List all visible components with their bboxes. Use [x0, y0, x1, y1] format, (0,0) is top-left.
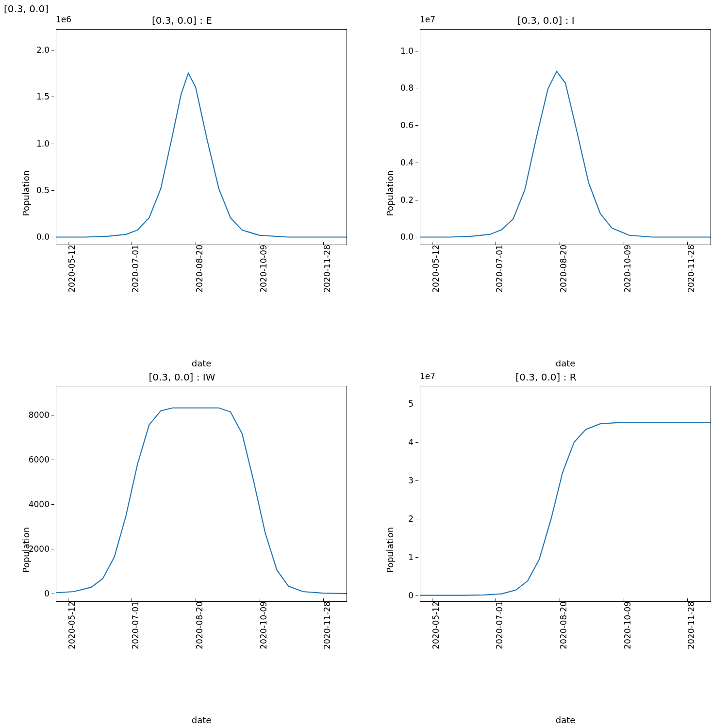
plot-title: [0.3, 0.0] : E [0, 15, 364, 26]
x-axis-label: date [420, 715, 711, 725]
axes: 0.00.51.01.52.02020-05-122020-07-012020-… [56, 29, 347, 245]
y-tick: 8000 [29, 410, 56, 420]
y-tick: 0.0 [36, 232, 56, 242]
plot-title: [0.3, 0.0] : IW [0, 371, 364, 383]
y-tick: 1.5 [36, 92, 56, 101]
plot-title: [0.3, 0.0] : R [364, 371, 728, 383]
x-axis-label: date [56, 715, 347, 725]
y-tick: 0.4 [400, 158, 420, 167]
y-tick: 3 [408, 476, 420, 485]
axis-offset-text: 1e6 [56, 15, 71, 24]
series-line [56, 386, 347, 601]
y-tick: 0.5 [36, 185, 56, 195]
y-axis-label: Population [21, 170, 31, 216]
x-axis-label: date [56, 358, 347, 368]
figure-suptitle: [0.3, 0.0] [4, 3, 49, 15]
axes: 0.00.20.40.60.81.02020-05-122020-07-0120… [420, 29, 711, 245]
plot-title: [0.3, 0.0] : I [364, 15, 728, 26]
y-tick: 0.0 [400, 232, 420, 242]
plot-grid: [0.3, 0.0] : E1e6Population0.00.51.01.52… [0, 15, 728, 728]
axes: 0123452020-05-122020-07-012020-08-202020… [420, 386, 711, 602]
subplot-I: [0.3, 0.0] : I1e7Population0.00.20.40.60… [364, 15, 728, 371]
series-line [56, 30, 347, 245]
x-axis-label: date [420, 358, 711, 368]
y-tick: 4 [408, 437, 420, 447]
y-tick: 2 [408, 514, 420, 524]
subplot-IW: [0.3, 0.0] : IWPopulation020004000600080… [0, 371, 364, 728]
axes: 020004000600080002020-05-122020-07-01202… [56, 386, 347, 602]
series-line [420, 386, 711, 601]
series-line [420, 30, 711, 245]
y-axis-label: Population [385, 170, 395, 216]
y-tick: 1.0 [36, 139, 56, 149]
y-tick: 5 [408, 399, 420, 409]
axis-offset-text: 1e7 [420, 15, 435, 24]
y-tick: 2.0 [36, 45, 56, 55]
y-tick: 1 [408, 552, 420, 562]
y-tick: 2000 [29, 544, 56, 554]
y-tick: 1.0 [400, 46, 420, 56]
y-tick: 0 [44, 589, 56, 598]
y-tick: 0 [408, 591, 420, 600]
y-tick: 0.6 [400, 120, 420, 130]
y-tick: 6000 [29, 455, 56, 464]
subplot-R: [0.3, 0.0] : R1e7Population0123452020-05… [364, 371, 728, 728]
y-tick: 0.8 [400, 83, 420, 93]
y-tick: 0.2 [400, 195, 420, 205]
y-axis-label: Population [385, 527, 395, 573]
y-tick: 4000 [29, 499, 56, 509]
axis-offset-text: 1e7 [420, 371, 435, 381]
subplot-E: [0.3, 0.0] : E1e6Population0.00.51.01.52… [0, 15, 364, 371]
